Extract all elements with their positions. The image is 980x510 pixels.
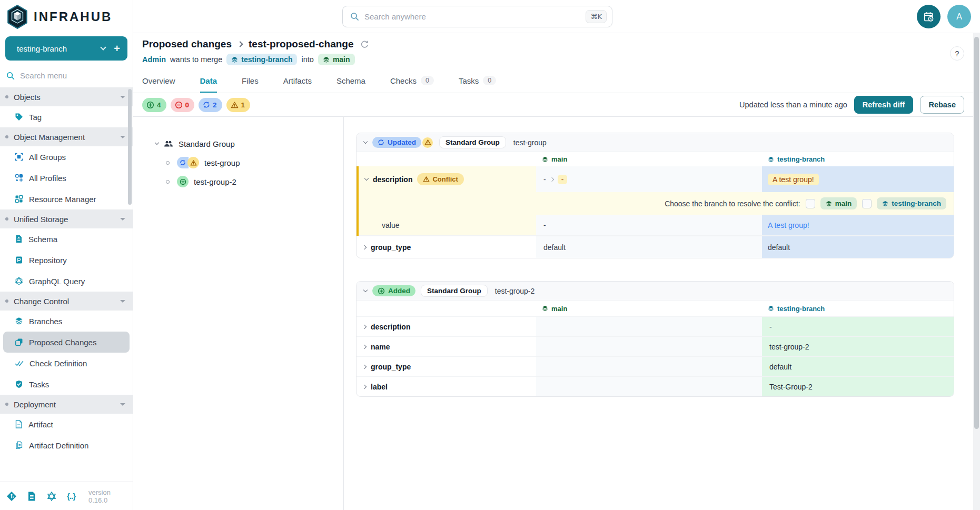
menu-group-objects[interactable]: Objects xyxy=(0,87,133,106)
menu-search-input[interactable] xyxy=(20,71,115,80)
refresh-diff-button[interactable]: Refresh diff xyxy=(854,96,914,114)
attribute-row-description: description Conflict - - xyxy=(359,166,954,192)
diff-area: Updated Standard Group test-group main xyxy=(344,117,980,510)
tree-node-test-group[interactable]: test-group xyxy=(155,155,338,171)
menu-group-deployment[interactable]: Deployment xyxy=(0,395,133,414)
branch-selector[interactable]: testing-branch + xyxy=(5,36,127,61)
global-search-input[interactable] xyxy=(364,12,580,21)
create-branch-button[interactable]: + xyxy=(114,43,120,55)
sidebar-item-repository[interactable]: Repository xyxy=(0,249,133,271)
main-checkbox[interactable] xyxy=(806,199,815,208)
tab-schema[interactable]: Schema xyxy=(336,68,365,93)
attribute-toggle[interactable]: group_type xyxy=(357,357,536,376)
docs-icon[interactable] xyxy=(27,491,36,502)
breadcrumb-root[interactable]: Proposed changes xyxy=(142,38,232,50)
diff-card-header[interactable]: Added Standard Group test-group-2 xyxy=(357,282,954,301)
global-search[interactable]: ⌘K xyxy=(342,6,612,27)
time-travel-button[interactable] xyxy=(917,5,941,28)
content: Standard Group test-group test-group-2 xyxy=(133,117,980,510)
sidebar-item-graphql-query[interactable]: GraphQL Query xyxy=(0,271,133,292)
main-value-cell xyxy=(536,357,762,376)
sidebar-item-schema[interactable]: Schema xyxy=(0,228,133,249)
branch-icon xyxy=(542,305,548,312)
collapse-caret-icon xyxy=(120,136,125,138)
chevron-right-icon xyxy=(362,324,367,328)
tree-node-standard-group[interactable]: Standard Group xyxy=(155,136,338,152)
branch-icon xyxy=(768,156,774,163)
author-name[interactable]: Admin xyxy=(142,55,166,64)
branch-checkbox[interactable] xyxy=(862,199,872,208)
tab-data[interactable]: Data xyxy=(200,68,217,93)
help-button[interactable]: ? xyxy=(950,46,964,61)
attribute-row-label: label Test-Group-2 xyxy=(357,376,954,396)
source-branch-badge[interactable]: testing-branch xyxy=(226,54,297,65)
attribute-toggle[interactable]: label xyxy=(357,377,536,396)
tag-icon xyxy=(15,113,23,121)
sidebar-item-artifact[interactable]: Artifact xyxy=(0,414,133,435)
diff-card-test-group-2: Added Standard Group test-group-2 main xyxy=(356,281,954,397)
graphql-sandbox-icon[interactable] xyxy=(46,491,57,502)
attribute-toggle[interactable]: description Conflict xyxy=(359,166,536,192)
conflict-count-badge: 1 xyxy=(226,98,251,112)
chevron-down-icon xyxy=(364,176,369,180)
menu-group-object-management[interactable]: Object Management xyxy=(0,127,133,146)
swagger-icon[interactable]: {..} xyxy=(67,492,75,501)
group-dot-icon xyxy=(5,299,8,303)
tab-artifacts[interactable]: Artifacts xyxy=(283,68,312,93)
group-dot-icon xyxy=(5,95,8,98)
menu-group-unified-storage[interactable]: Unified Storage xyxy=(0,209,133,228)
main-column-header: main xyxy=(536,152,762,166)
sidebar-item-branches[interactable]: Branches xyxy=(0,311,133,332)
sidebar-scrollbar[interactable] xyxy=(128,89,132,205)
updated-status-badge: Updated xyxy=(372,137,421,148)
sidebar-item-resource-manager[interactable]: Resource Manager xyxy=(0,188,133,209)
scrollbar-thumb[interactable] xyxy=(974,37,979,429)
tasks-count-badge: 0 xyxy=(483,76,496,85)
brand-name: INFRAHUB xyxy=(34,9,112,24)
git-icon[interactable] xyxy=(6,491,17,502)
diff-card-header[interactable]: Updated Standard Group test-group xyxy=(357,133,954,152)
chevron-down-icon[interactable] xyxy=(101,44,106,50)
sidebar-item-tag[interactable]: Tag xyxy=(0,106,133,127)
attribute-toggle[interactable]: name xyxy=(357,337,536,356)
tab-overview[interactable]: Overview xyxy=(142,68,175,93)
tree-node-test-group-2[interactable]: test-group-2 xyxy=(155,174,338,189)
sidebar-item-tasks[interactable]: Tasks xyxy=(0,374,133,395)
object-name: test-group xyxy=(513,138,547,147)
attribute-toggle[interactable]: group_type xyxy=(357,236,536,258)
sidebar-item-all-groups[interactable]: All Groups xyxy=(0,146,133,167)
rebase-button[interactable]: Rebase xyxy=(920,96,964,114)
diff-toolbar: 4 0 2 1 Updated less than a minute ago R… xyxy=(133,93,980,117)
group-dot-icon xyxy=(5,135,8,138)
diff-card-test-group: Updated Standard Group test-group main xyxy=(356,133,954,258)
branch-value-cell: test-group-2 xyxy=(762,337,954,356)
added-status-badge: Added xyxy=(372,285,415,296)
logo[interactable]: INFRAHUB xyxy=(0,0,133,32)
tab-files[interactable]: Files xyxy=(242,68,259,93)
all-groups-icon xyxy=(15,153,23,161)
branch-value-cell: - xyxy=(762,317,954,336)
sidebar-item-check-definition[interactable]: Check Definition xyxy=(0,353,133,374)
calendar-clock-icon xyxy=(923,11,935,23)
branch-value-cell: default xyxy=(762,357,954,376)
menu-group-change-control[interactable]: Change Control xyxy=(0,292,133,311)
collapse-caret-icon xyxy=(120,300,125,303)
page-scrollbar[interactable] xyxy=(973,33,980,510)
sidebar-item-proposed-changes[interactable]: Proposed Changes xyxy=(3,332,130,353)
tab-tasks[interactable]: Tasks0 xyxy=(459,68,496,93)
resolve-branch-badge[interactable]: testing-branch xyxy=(877,197,946,209)
target-branch-badge[interactable]: main xyxy=(318,54,355,65)
added-node-icon xyxy=(177,176,189,187)
group-dot-icon xyxy=(5,217,8,221)
tab-checks[interactable]: Checks0 xyxy=(390,68,434,93)
resolve-main-badge[interactable]: main xyxy=(820,197,857,209)
page-header: Proposed changes test-proposed-change Ad… xyxy=(133,33,980,68)
sidebar-item-artifact-definition[interactable]: Artifact Definition xyxy=(0,435,133,456)
attribute-toggle[interactable]: description xyxy=(357,317,536,336)
warning-icon xyxy=(231,101,239,109)
updated-node-icon xyxy=(177,157,189,168)
sidebar-item-all-profiles[interactable]: All Profiles xyxy=(0,167,133,188)
refresh-icon[interactable] xyxy=(360,40,369,49)
main-value-cell: - - xyxy=(536,166,762,192)
avatar[interactable]: A xyxy=(947,5,971,28)
